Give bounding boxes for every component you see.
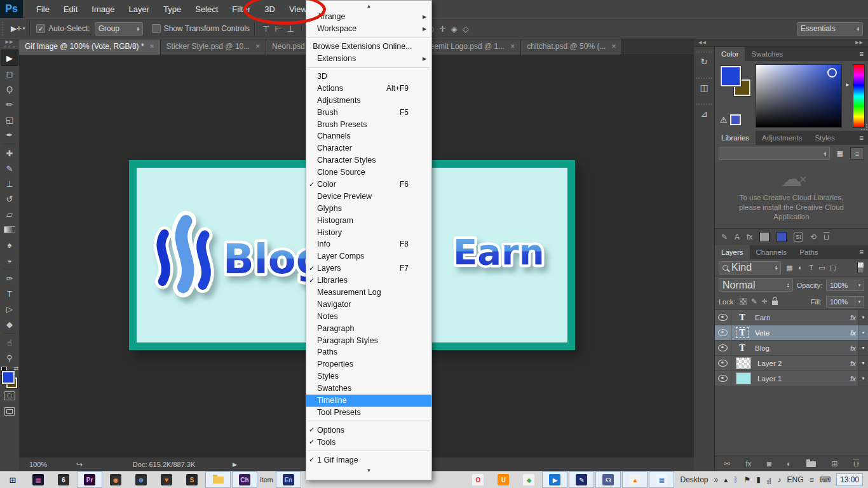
document-tab-steemit-logo-psd[interactable]: Steemit Logo.psd @ 1...×	[417, 38, 521, 55]
show-transform-checkbox[interactable]: ✓	[152, 24, 161, 33]
window-menu-item-workspace[interactable]: Workspace▶	[306, 23, 431, 35]
opacity-arrow-icon[interactable]: ▾	[855, 280, 864, 291]
opacity-field[interactable]: 100% ▾	[826, 280, 864, 291]
new-layer-icon[interactable]: ⊞	[831, 459, 837, 468]
layer-effects-fx[interactable]: fx	[850, 360, 856, 367]
menu-file[interactable]: File	[29, 0, 57, 18]
window-menu-item-glyphs[interactable]: Glyphs	[306, 202, 431, 214]
layer-visibility-toggle[interactable]	[715, 310, 731, 325]
document-tab-sticker-style-psd[interactable]: Sticker Style.psd @ 10...×	[161, 38, 267, 55]
layer-effects-expand-icon[interactable]: ▾	[858, 341, 868, 355]
filter-pixel-layers-icon[interactable]: ▦	[784, 264, 795, 272]
menu-select[interactable]: Select	[188, 0, 225, 18]
window-menu-item-styles[interactable]: Styles	[306, 370, 431, 383]
app-uc-browser[interactable]: U	[491, 472, 515, 487]
dodge-tool[interactable]: ◒	[1, 252, 18, 268]
align-vertical-centers-icon[interactable]: ⊢	[275, 24, 281, 34]
layer-effects-fx[interactable]: fx	[850, 344, 856, 352]
volume-icon[interactable]: ♪	[778, 475, 782, 484]
window-menu-item-adjustments[interactable]: Adjustments	[306, 94, 431, 106]
delete-icon[interactable]: ⊔	[824, 233, 829, 241]
foreground-color-swatch[interactable]	[721, 66, 741, 86]
brush-tool[interactable]: ✎	[1, 161, 18, 176]
align-bottom-edges-icon[interactable]: ⊥	[287, 24, 294, 34]
expand-panels-icon[interactable]: ◀◀	[698, 40, 707, 45]
3d-pan-icon[interactable]: ✛	[439, 24, 446, 34]
window-menu-item-swatches[interactable]: Swatches	[306, 383, 431, 395]
window-menu-item-brush[interactable]: BrushF5	[306, 106, 431, 118]
window-menu-item-arrange[interactable]: Arrange▶	[306, 11, 431, 23]
window-menu-item-navigator[interactable]: Navigator	[306, 298, 431, 310]
layer-style-fx-icon[interactable]: fx	[745, 459, 751, 468]
layer-effects-fx[interactable]: fx	[850, 375, 856, 383]
filter-adjustment-layers-icon[interactable]: ◐	[795, 264, 806, 271]
shape-tool[interactable]: ◆	[1, 316, 18, 332]
window-menu-item-color[interactable]: ✓ColorF6	[306, 179, 431, 191]
color-picker-cursor[interactable]	[827, 68, 837, 78]
path-selection-tool[interactable]: ▷	[1, 301, 18, 316]
window-title[interactable]: item	[260, 476, 273, 484]
language-indicator[interactable]: ENG	[787, 475, 804, 484]
delete-layer-icon[interactable]: ⊔	[853, 459, 859, 468]
graphic-icon[interactable]: ✎	[721, 233, 728, 241]
menu-image[interactable]: Image	[85, 0, 121, 18]
window-menu-item-paragraph-styles[interactable]: Paragraph Styles	[306, 334, 431, 346]
rectangular-marquee-tool[interactable]: ◻	[1, 66, 18, 81]
document-tab-chitchat-psd[interactable]: chitchat.psd @ 50% (...×	[521, 38, 622, 55]
layer-effects-fx[interactable]: fx	[850, 329, 856, 337]
adjustment-layer-icon[interactable]: ◐	[787, 459, 791, 468]
layer-visibility-toggle[interactable]	[715, 371, 731, 386]
window-menu-item-notes[interactable]: Notes	[306, 310, 431, 322]
app-character[interactable]: Ch	[232, 471, 257, 488]
window-menu-item-histogram[interactable]: Histogram	[306, 214, 431, 226]
window-menu-item-device-preview[interactable]: Device Preview	[306, 190, 431, 202]
app-opera[interactable]: O	[466, 472, 490, 487]
tab-paths[interactable]: Paths	[793, 245, 824, 259]
window-menu-item-layer-comps[interactable]: Layer Comps	[306, 250, 431, 262]
hand-tool[interactable]: ☝	[1, 335, 18, 350]
pen-tool[interactable]: ✑	[1, 271, 18, 286]
window-menu-item-properties[interactable]: Properties	[306, 358, 431, 370]
window-menu-item-tools[interactable]: ✓Tools	[306, 436, 431, 448]
move-tool[interactable]: ▶	[1, 50, 18, 66]
filter-type-layers-icon[interactable]: T	[806, 264, 817, 271]
type-tool[interactable]: T	[1, 286, 18, 301]
lock-transparency-icon[interactable]	[740, 298, 747, 305]
close-tab-icon[interactable]: ×	[510, 42, 515, 51]
battery-icon[interactable]: ▮	[756, 475, 761, 484]
app-cinema-6[interactable]: 6	[51, 472, 76, 487]
tab-styles[interactable]: Styles	[808, 131, 841, 145]
lasso-tool[interactable]: Ϙ	[1, 81, 18, 97]
layer-effects-expand-icon[interactable]: ▾	[858, 310, 868, 325]
layer-row-vote[interactable]: TVotefx▾	[715, 325, 868, 341]
app-notes[interactable]: ✎	[569, 471, 594, 488]
panel-resize-grip[interactable]	[861, 124, 867, 130]
grid-view-icon[interactable]: ▦	[833, 147, 847, 159]
window-menu-item-layers[interactable]: ✓LayersF7	[306, 262, 431, 274]
link-layers-icon[interactable]: ⚯	[724, 459, 730, 468]
app-discord[interactable]: ☊	[595, 471, 621, 488]
add-layer-mask-icon[interactable]: ◙	[767, 459, 771, 468]
window-menu-item-1-gif-image[interactable]: ✓1 Gif Image	[306, 454, 431, 466]
menu-edit[interactable]: Edit	[57, 0, 85, 18]
app-carrot[interactable]: ▼	[154, 472, 179, 487]
window-menu-item-paths[interactable]: Paths	[306, 346, 431, 358]
window-menu-item-clone-source[interactable]: Clone Source	[306, 166, 431, 179]
export-status-icon[interactable]: ↪	[76, 460, 83, 469]
window-menu-item-options[interactable]: ✓Options	[306, 424, 431, 436]
cc-sync-disabled-icon[interactable]: ⟲	[810, 233, 817, 241]
eyedropper-tool[interactable]: ✒	[1, 127, 18, 142]
adobe-stock-icon[interactable]: St	[794, 233, 803, 241]
app-cinema4d[interactable]: ⊚	[129, 472, 153, 487]
auto-select-checkbox[interactable]: ✓	[36, 24, 45, 33]
panel-menu-icon[interactable]: ≡	[859, 131, 868, 145]
show-hidden-icons[interactable]: ▴	[724, 475, 728, 484]
window-menu-item-3d[interactable]: 3D	[306, 71, 431, 83]
fill-field[interactable]: 100% ▾	[826, 296, 864, 308]
zoom-level-field[interactable]: 100%	[29, 461, 62, 468]
window-menu-item-timeline[interactable]: Timeline	[306, 395, 431, 407]
status-options-arrow-icon[interactable]: ▶	[233, 461, 237, 468]
blend-mode-dropdown[interactable]: Normal ▴▾	[719, 278, 793, 292]
app-vlc[interactable]: ▲	[622, 471, 648, 488]
clone-stamp-tool[interactable]: ⊥	[1, 176, 18, 191]
